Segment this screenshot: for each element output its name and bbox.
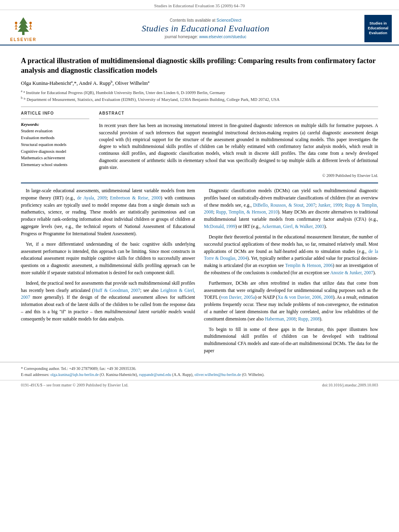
ref-templin[interactable]: Templin & Henson, 2006	[285, 263, 333, 268]
journal-main-title: Studies in Educational Evaluation	[47, 23, 364, 34]
ref-dibello[interactable]: DiBello, Roussos, & Stout, 2007	[253, 203, 315, 207]
journal-badge: Studies in Educational Evaluation	[364, 15, 392, 42]
body-left-para-3: Indeed, the practical need for assessmen…	[21, 280, 195, 323]
keyword-5: Mathematics achievement	[21, 155, 89, 162]
journal-top-line: Studies in Educational Evaluation 35 (20…	[0, 0, 399, 10]
divider-1	[21, 107, 378, 107]
ref-rupp2010[interactable]: Rupp, Templin, & Henson, 2010	[216, 210, 278, 214]
journal-title-center: Contents lists available at ScienceDirec…	[47, 18, 364, 39]
article-info-column: ARTICLE INFO Keywords: Student evaluatio…	[21, 111, 89, 178]
elsevier-wordmark: ELSEVIER	[10, 37, 36, 42]
divider-abstract	[99, 119, 378, 119]
affiliation-a: a ᵃ Institute for Educational Progress (…	[21, 89, 378, 96]
ref-vondavier2005[interactable]: von Davier, 2005a	[221, 295, 255, 300]
elsevier-tree-icon	[12, 16, 35, 37]
footnote-email3-link[interactable]: oliver.wilhelm@hu-berlin.de	[194, 372, 241, 377]
ref-embretson[interactable]: Embretson & Reise, 2000	[110, 195, 160, 200]
svg-point-4	[15, 22, 17, 24]
ref-anozie[interactable]: Anozie & Junker, 2007	[330, 270, 373, 275]
ref-deayala[interactable]: de Ayala, 2009	[77, 195, 107, 200]
journal-citation: Studies in Educational Evaluation 35 (20…	[154, 3, 245, 8]
footnote-email1-link[interactable]: olga.kunina@iqb.hu-berlin.de	[50, 372, 99, 377]
sciencedirect-link[interactable]: ScienceDirect	[216, 18, 241, 23]
keyword-3: Structural equation models	[21, 142, 89, 148]
body-left-para-2: Yet, if a more differentiated understand…	[21, 241, 195, 277]
keyword-4: Cognitive diagnosis model	[21, 148, 89, 155]
ref-mcdonald[interactable]: McDonald, 1999	[204, 224, 235, 229]
abstract-text: In recent years there has been an increa…	[99, 122, 378, 171]
body-right-para-4: To begin to fill in some of these gaps i…	[204, 326, 378, 355]
keywords-list: Student evaluation Evaluation methods St…	[21, 128, 89, 168]
footnote-area: * Corresponding author. Tel.: +49 30 278…	[0, 362, 399, 378]
article-info-label: ARTICLE INFO	[21, 111, 89, 115]
affiliations: a ᵃ Institute for Educational Progress (…	[21, 89, 378, 103]
keyword-1: Student evaluation	[21, 128, 89, 135]
elsevier-logo: ELSEVIER	[7, 16, 39, 42]
article-title: A practical illustration of multidimensi…	[21, 56, 378, 76]
keyword-2: Evaluation methods	[21, 135, 89, 142]
abstract-column: ABSTRACT In recent years there has been …	[99, 111, 378, 178]
copyright: © 2009 Published by Elsevier Ltd.	[99, 173, 378, 178]
body-right-para-3: Furthermore, DCMs are often retrofitted …	[204, 280, 378, 323]
affiliation-b: b ᵇ Department of Measurement, Statistic…	[21, 96, 378, 103]
keyword-6: Elementary school students	[21, 162, 89, 168]
footnote-email2-link[interactable]: ruppandr@umd.edu	[139, 372, 171, 377]
footnote-email-line: E-mail addresses: olga.kunina@iqb.hu-ber…	[21, 372, 378, 378]
footnote-star-line: * Corresponding author. Tel.: +49 30 278…	[21, 366, 378, 372]
ref-rupp2008b[interactable]: Rupp, 2008	[298, 316, 320, 321]
body-columns: In large-scale educational assessments, …	[0, 187, 399, 358]
content-area: A practical illustration of multidimensi…	[0, 45, 399, 183]
svg-line-15	[31, 28, 31, 30]
header-band: ELSEVIER Contents lists available at Sci…	[0, 12, 399, 45]
body-right-para-1: Diagnostic classification models (DCMs) …	[204, 187, 378, 230]
ref-delatorre[interactable]: de la Torre & Douglas, 2004	[204, 249, 378, 261]
journal-homepage-link[interactable]: www.elsevier.com/stueduc	[199, 35, 246, 39]
page: Studies in Educational Evaluation 35 (20…	[0, 0, 399, 532]
ref-haberman[interactable]: Haberman, 2008	[265, 316, 296, 321]
article-info-abstract: ARTICLE INFO Keywords: Student evaluatio…	[21, 111, 378, 178]
svg-point-10	[29, 22, 32, 24]
divider-info	[21, 119, 89, 119]
bottom-issn: 0191-491X/$ – see front matter © 2009 Pu…	[21, 383, 128, 387]
body-column-left: In large-scale educational assessments, …	[21, 187, 195, 358]
bottom-doi: doi:10.1016/j.stueduc.2009.10.003	[322, 383, 378, 387]
body-column-right: Diagnostic classification models (DCMs) …	[204, 187, 378, 358]
authors-line: Olga Kunina-Habenichta,*, André A. Ruppb…	[21, 80, 378, 86]
svg-marker-3	[18, 25, 29, 32]
ref-junker[interactable]: Junker, 1999	[318, 203, 342, 207]
ref-xu[interactable]: Xu & von Davier, 2006, 2008	[278, 295, 333, 300]
journal-homepage: journal homepage: www.elsevier.com/stued…	[47, 35, 364, 39]
ref-ackerman[interactable]: Ackerman, Gierl, & Walker, 2003	[261, 224, 324, 229]
keywords-label: Keywords:	[21, 122, 89, 127]
body-left-para-1: In large-scale educational assessments, …	[21, 187, 195, 238]
bottom-bar: 0191-491X/$ – see front matter © 2009 Pu…	[0, 380, 399, 390]
ref-huff[interactable]: Huff & Goodman, 2007	[94, 288, 140, 293]
abstract-label: ABSTRACT	[99, 111, 378, 115]
divider-main	[21, 183, 378, 183]
svg-line-9	[16, 28, 17, 30]
contents-link: Contents lists available at ScienceDirec…	[47, 18, 364, 23]
body-right-para-2: Despite their theoretical potential in t…	[204, 234, 378, 277]
